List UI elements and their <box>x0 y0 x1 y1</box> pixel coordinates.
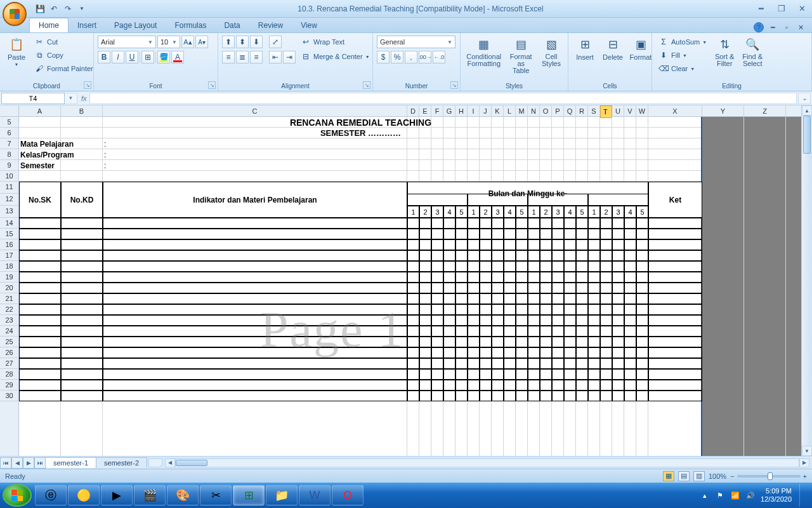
format-as-table-button[interactable]: ▤Format as Table <box>506 36 536 76</box>
tab-data[interactable]: Data <box>215 18 249 32</box>
delete-cells-button[interactable]: ⊟Delete <box>600 36 625 62</box>
help-icon[interactable]: ? <box>754 22 764 32</box>
row-headers[interactable]: 5678910111213141516171819202122232425262… <box>0 117 19 456</box>
taskbar-word[interactable]: W <box>299 485 331 505</box>
taskbar-media-player[interactable]: ▶ <box>101 485 133 505</box>
insert-cells-button[interactable]: ⊞Insert <box>572 36 598 62</box>
merge-center-button[interactable]: ⊟Merge & Center▼ <box>298 50 372 63</box>
ribbon-minimize-icon[interactable]: ━ <box>768 22 778 32</box>
name-box[interactable] <box>1 93 65 104</box>
zoom-out-button[interactable]: − <box>730 472 734 480</box>
tray-network-icon[interactable]: 📶 <box>730 490 740 500</box>
cut-button[interactable]: ✂Cut <box>32 36 96 48</box>
fx-icon[interactable]: fx <box>81 95 87 102</box>
select-all-corner[interactable] <box>0 105 19 117</box>
scroll-right-button[interactable]: ▶ <box>799 458 809 467</box>
cell-styles-button[interactable]: ▧Cell Styles <box>539 36 564 69</box>
taskbar-clock[interactable]: 5:09 PM 12/3/2020 <box>761 487 792 504</box>
vscroll-thumb[interactable] <box>803 116 811 154</box>
view-page-break-button[interactable]: ▥ <box>693 471 705 481</box>
vertical-scrollbar[interactable]: ▲ ▼ <box>801 105 812 456</box>
sheet-nav-first[interactable]: ⏮ <box>0 457 11 469</box>
zoom-slider[interactable] <box>737 475 801 478</box>
namebox-dropdown[interactable]: ▼ <box>65 93 77 104</box>
decrease-indent-button[interactable]: ⇤ <box>269 51 282 64</box>
taskbar-opera[interactable]: O <box>332 485 363 505</box>
font-size-select[interactable]: 10▼ <box>157 36 180 48</box>
alignment-launcher[interactable]: ↘ <box>363 81 370 89</box>
paste-button[interactable]: 📋 Paste ▼ <box>4 36 29 68</box>
taskbar-paint[interactable]: 🎨 <box>167 485 199 505</box>
sheet-nav-prev[interactable]: ◀ <box>11 457 23 469</box>
border-button[interactable]: ⊞ <box>141 51 154 64</box>
qat-save-icon[interactable]: 💾 <box>34 3 46 15</box>
formula-expand[interactable]: ⌄ <box>798 93 811 104</box>
bold-button[interactable]: B <box>98 51 110 64</box>
font-color-button[interactable]: A <box>171 51 184 64</box>
scroll-left-button[interactable]: ◀ <box>165 458 175 467</box>
taskbar-chrome[interactable]: 🟡 <box>68 485 100 505</box>
sheet-tab-semester-2[interactable]: semester-2 <box>96 457 147 468</box>
format-cells-button[interactable]: ▣Format <box>628 36 653 62</box>
taskbar-excel[interactable]: ⊞ <box>233 485 265 505</box>
currency-button[interactable]: $ <box>377 51 390 64</box>
qat-redo-icon[interactable]: ↷ <box>62 3 74 15</box>
align-top-button[interactable]: ⬆ <box>222 36 235 48</box>
clear-button[interactable]: ⌫Clear▼ <box>656 62 709 75</box>
office-button[interactable] <box>3 2 27 26</box>
scroll-down-button[interactable]: ▼ <box>802 446 812 456</box>
find-select-button[interactable]: 🔍Find & Select <box>740 36 765 69</box>
worksheet-grid[interactable]: RENCANA REMEDIAL TEACHINGSEMESTER …………Ma… <box>19 117 801 456</box>
tray-flag-icon[interactable]: ⚑ <box>715 490 725 500</box>
tab-view[interactable]: View <box>292 18 326 32</box>
show-desktop-button[interactable] <box>799 484 807 507</box>
tray-show-hidden-icon[interactable]: ▴ <box>700 490 710 500</box>
tray-volume-icon[interactable]: 🔊 <box>745 490 756 500</box>
align-center-button[interactable]: ≣ <box>236 51 249 64</box>
underline-button[interactable]: U <box>126 51 138 64</box>
fill-button[interactable]: ⬇Fill▼ <box>656 49 709 62</box>
increase-indent-button[interactable]: ⇥ <box>283 51 296 64</box>
taskbar-explorer[interactable]: 📁 <box>266 485 298 505</box>
autosum-button[interactable]: ΣAutoSum▼ <box>656 36 709 48</box>
align-left-button[interactable]: ≡ <box>222 51 235 64</box>
hscroll-thumb[interactable] <box>176 460 207 466</box>
sheet-tab-semester-1[interactable]: semester-1 <box>45 457 96 468</box>
minimize-icon[interactable]: ━ <box>754 4 769 14</box>
horizontal-scrollbar[interactable]: ◀ ▶ <box>165 458 809 467</box>
ribbon-close-icon[interactable]: ✕ <box>796 22 806 32</box>
tab-formulas[interactable]: Formulas <box>166 18 215 32</box>
sort-filter-button[interactable]: ⇅Sort & Filter <box>712 36 737 69</box>
tab-review[interactable]: Review <box>249 18 292 32</box>
grow-font-button[interactable]: A▴ <box>181 36 194 48</box>
align-right-button[interactable]: ≡ <box>250 51 263 64</box>
tab-page-layout[interactable]: Page Layout <box>105 18 166 32</box>
sheet-nav-last[interactable]: ⏭ <box>34 457 46 469</box>
decrease-decimal-button[interactable]: ←.0 <box>433 51 445 64</box>
qat-undo-icon[interactable]: ↶ <box>48 3 60 15</box>
sheet-nav-next[interactable]: ▶ <box>23 457 34 469</box>
increase-decimal-button[interactable]: .00→ <box>419 51 431 64</box>
zoom-in-button[interactable]: + <box>803 472 807 480</box>
taskbar-movie-maker[interactable]: 🎬 <box>134 485 166 505</box>
fill-color-button[interactable]: 🪣 <box>157 51 170 64</box>
comma-button[interactable]: , <box>405 51 417 64</box>
copy-button[interactable]: ⧉Copy <box>32 49 96 62</box>
scroll-up-button[interactable]: ▲ <box>802 105 812 116</box>
format-painter-button[interactable]: 🖌Format Painter <box>32 62 96 75</box>
formula-input[interactable] <box>89 93 797 104</box>
maximize-icon[interactable]: ❐ <box>774 4 789 14</box>
orientation-button[interactable]: ⤢ <box>269 36 282 48</box>
tab-insert[interactable]: Insert <box>69 18 105 32</box>
view-page-layout-button[interactable]: ▤ <box>678 471 690 481</box>
taskbar-ie[interactable]: ⓔ <box>35 485 67 505</box>
new-sheet-button[interactable] <box>148 458 162 467</box>
align-bottom-button[interactable]: ⬇ <box>250 36 263 48</box>
column-headers[interactable]: ABCDEFGHIJKLMNOPQRSTUVWXYZ <box>19 105 801 117</box>
italic-button[interactable]: I <box>112 51 124 64</box>
percent-button[interactable]: % <box>391 51 403 64</box>
shrink-font-button[interactable]: A▾ <box>195 36 208 48</box>
font-launcher[interactable]: ↘ <box>208 81 216 89</box>
align-middle-button[interactable]: ⬍ <box>236 36 249 48</box>
close-icon[interactable]: ✕ <box>794 4 809 14</box>
